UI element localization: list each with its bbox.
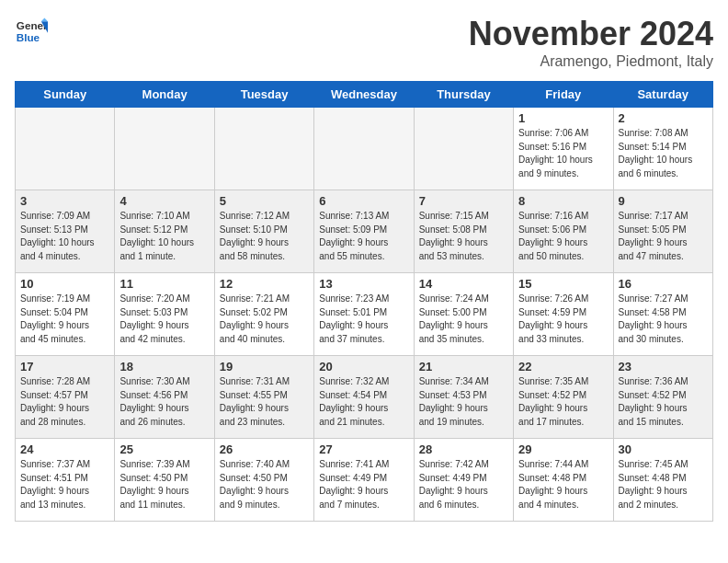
calendar-col-header: Monday bbox=[115, 82, 214, 108]
calendar-body: 1Sunrise: 7:06 AM Sunset: 5:16 PM Daylig… bbox=[16, 108, 713, 522]
day-info: Sunrise: 7:31 AM Sunset: 4:55 PM Dayligh… bbox=[220, 375, 309, 429]
calendar-day-cell bbox=[414, 108, 513, 190]
calendar-week-row: 17Sunrise: 7:28 AM Sunset: 4:57 PM Dayli… bbox=[16, 356, 713, 439]
day-info: Sunrise: 7:30 AM Sunset: 4:56 PM Dayligh… bbox=[119, 375, 209, 429]
calendar-header-row: SundayMondayTuesdayWednesdayThursdayFrid… bbox=[16, 82, 713, 108]
calendar-week-row: 1Sunrise: 7:06 AM Sunset: 5:16 PM Daylig… bbox=[16, 108, 713, 190]
calendar-col-header: Tuesday bbox=[214, 82, 313, 108]
title-block: November 2024 Aramengo, Piedmont, Italy bbox=[469, 15, 713, 70]
calendar-day-cell: 21Sunrise: 7:34 AM Sunset: 4:53 PM Dayli… bbox=[414, 356, 513, 439]
calendar-week-row: 10Sunrise: 7:19 AM Sunset: 5:04 PM Dayli… bbox=[16, 273, 713, 356]
logo-icon: General Blue bbox=[15, 15, 48, 48]
day-number: 27 bbox=[319, 442, 408, 456]
calendar-day-cell bbox=[16, 108, 115, 190]
day-info: Sunrise: 7:35 AM Sunset: 4:52 PM Dayligh… bbox=[518, 375, 608, 429]
calendar-day-cell: 19Sunrise: 7:31 AM Sunset: 4:55 PM Dayli… bbox=[214, 356, 313, 439]
day-info: Sunrise: 7:23 AM Sunset: 5:01 PM Dayligh… bbox=[319, 293, 408, 346]
calendar-day-cell: 18Sunrise: 7:30 AM Sunset: 4:56 PM Dayli… bbox=[115, 356, 214, 439]
day-info: Sunrise: 7:39 AM Sunset: 4:50 PM Dayligh… bbox=[119, 458, 209, 511]
day-number: 28 bbox=[419, 442, 508, 456]
day-number: 6 bbox=[319, 194, 408, 208]
day-number: 4 bbox=[119, 194, 209, 208]
day-info: Sunrise: 7:24 AM Sunset: 5:00 PM Dayligh… bbox=[419, 293, 508, 346]
day-number: 15 bbox=[518, 277, 608, 291]
day-info: Sunrise: 7:09 AM Sunset: 5:13 PM Dayligh… bbox=[20, 210, 109, 263]
page-header: General Blue November 2024 Aramengo, Pie… bbox=[15, 15, 713, 70]
day-info: Sunrise: 7:17 AM Sunset: 5:05 PM Dayligh… bbox=[619, 210, 708, 263]
day-info: Sunrise: 7:16 AM Sunset: 5:06 PM Dayligh… bbox=[518, 210, 608, 263]
day-number: 26 bbox=[220, 442, 309, 456]
calendar-day-cell: 25Sunrise: 7:39 AM Sunset: 4:50 PM Dayli… bbox=[115, 439, 214, 522]
calendar-day-cell: 10Sunrise: 7:19 AM Sunset: 5:04 PM Dayli… bbox=[16, 273, 115, 356]
day-number: 14 bbox=[419, 277, 508, 291]
day-number: 23 bbox=[619, 360, 708, 373]
day-info: Sunrise: 7:42 AM Sunset: 4:49 PM Dayligh… bbox=[419, 458, 508, 511]
day-number: 12 bbox=[220, 277, 309, 291]
calendar-day-cell: 7Sunrise: 7:15 AM Sunset: 5:08 PM Daylig… bbox=[414, 190, 513, 273]
month-title: November 2024 bbox=[469, 15, 713, 53]
day-number: 21 bbox=[419, 360, 508, 373]
day-number: 16 bbox=[619, 277, 708, 291]
calendar-day-cell: 28Sunrise: 7:42 AM Sunset: 4:49 PM Dayli… bbox=[414, 439, 513, 522]
day-number: 29 bbox=[518, 442, 608, 456]
day-number: 18 bbox=[119, 360, 209, 373]
calendar-day-cell: 14Sunrise: 7:24 AM Sunset: 5:00 PM Dayli… bbox=[414, 273, 513, 356]
day-number: 17 bbox=[20, 360, 109, 373]
day-number: 22 bbox=[518, 360, 608, 373]
day-info: Sunrise: 7:45 AM Sunset: 4:48 PM Dayligh… bbox=[619, 458, 708, 511]
day-info: Sunrise: 7:41 AM Sunset: 4:49 PM Dayligh… bbox=[319, 458, 408, 511]
day-info: Sunrise: 7:27 AM Sunset: 4:58 PM Dayligh… bbox=[619, 293, 708, 346]
calendar-day-cell: 23Sunrise: 7:36 AM Sunset: 4:52 PM Dayli… bbox=[613, 356, 712, 439]
calendar-week-row: 3Sunrise: 7:09 AM Sunset: 5:13 PM Daylig… bbox=[16, 190, 713, 273]
calendar-week-row: 24Sunrise: 7:37 AM Sunset: 4:51 PM Dayli… bbox=[16, 439, 713, 522]
day-number: 8 bbox=[518, 194, 608, 208]
day-number: 30 bbox=[619, 442, 708, 456]
calendar-col-header: Sunday bbox=[16, 82, 115, 108]
calendar-day-cell: 5Sunrise: 7:12 AM Sunset: 5:10 PM Daylig… bbox=[214, 190, 313, 273]
day-info: Sunrise: 7:32 AM Sunset: 4:54 PM Dayligh… bbox=[319, 375, 408, 429]
calendar-day-cell: 2Sunrise: 7:08 AM Sunset: 5:14 PM Daylig… bbox=[613, 108, 712, 190]
day-number: 2 bbox=[619, 111, 708, 125]
day-info: Sunrise: 7:06 AM Sunset: 5:16 PM Dayligh… bbox=[518, 127, 608, 180]
day-info: Sunrise: 7:19 AM Sunset: 5:04 PM Dayligh… bbox=[20, 293, 109, 346]
day-info: Sunrise: 7:37 AM Sunset: 4:51 PM Dayligh… bbox=[20, 458, 109, 511]
calendar-day-cell: 1Sunrise: 7:06 AM Sunset: 5:16 PM Daylig… bbox=[514, 108, 613, 190]
calendar-day-cell: 6Sunrise: 7:13 AM Sunset: 5:09 PM Daylig… bbox=[314, 190, 414, 273]
day-number: 24 bbox=[20, 442, 109, 456]
day-number: 7 bbox=[419, 194, 508, 208]
calendar-col-header: Thursday bbox=[414, 82, 513, 108]
day-info: Sunrise: 7:13 AM Sunset: 5:09 PM Dayligh… bbox=[319, 210, 408, 263]
day-number: 1 bbox=[518, 111, 608, 125]
day-info: Sunrise: 7:44 AM Sunset: 4:48 PM Dayligh… bbox=[518, 458, 608, 511]
calendar-table: SundayMondayTuesdayWednesdayThursdayFrid… bbox=[15, 81, 713, 522]
day-number: 10 bbox=[20, 277, 109, 291]
calendar-day-cell: 11Sunrise: 7:20 AM Sunset: 5:03 PM Dayli… bbox=[115, 273, 214, 356]
calendar-day-cell: 20Sunrise: 7:32 AM Sunset: 4:54 PM Dayli… bbox=[314, 356, 414, 439]
calendar-day-cell: 4Sunrise: 7:10 AM Sunset: 5:12 PM Daylig… bbox=[115, 190, 214, 273]
calendar-day-cell: 8Sunrise: 7:16 AM Sunset: 5:06 PM Daylig… bbox=[514, 190, 613, 273]
calendar-col-header: Friday bbox=[514, 82, 613, 108]
day-info: Sunrise: 7:12 AM Sunset: 5:10 PM Dayligh… bbox=[220, 210, 309, 263]
calendar-col-header: Saturday bbox=[613, 82, 712, 108]
day-info: Sunrise: 7:40 AM Sunset: 4:50 PM Dayligh… bbox=[220, 458, 309, 511]
calendar-day-cell: 16Sunrise: 7:27 AM Sunset: 4:58 PM Dayli… bbox=[613, 273, 712, 356]
calendar-day-cell: 17Sunrise: 7:28 AM Sunset: 4:57 PM Dayli… bbox=[16, 356, 115, 439]
day-number: 25 bbox=[119, 442, 209, 456]
calendar-day-cell: 3Sunrise: 7:09 AM Sunset: 5:13 PM Daylig… bbox=[16, 190, 115, 273]
calendar-day-cell: 29Sunrise: 7:44 AM Sunset: 4:48 PM Dayli… bbox=[514, 439, 613, 522]
calendar-day-cell: 13Sunrise: 7:23 AM Sunset: 5:01 PM Dayli… bbox=[314, 273, 414, 356]
calendar-day-cell bbox=[115, 108, 214, 190]
day-info: Sunrise: 7:34 AM Sunset: 4:53 PM Dayligh… bbox=[419, 375, 508, 429]
day-number: 19 bbox=[220, 360, 309, 373]
calendar-day-cell: 9Sunrise: 7:17 AM Sunset: 5:05 PM Daylig… bbox=[613, 190, 712, 273]
day-info: Sunrise: 7:08 AM Sunset: 5:14 PM Dayligh… bbox=[619, 127, 708, 180]
day-info: Sunrise: 7:36 AM Sunset: 4:52 PM Dayligh… bbox=[619, 375, 708, 429]
calendar-day-cell bbox=[214, 108, 313, 190]
day-info: Sunrise: 7:26 AM Sunset: 4:59 PM Dayligh… bbox=[518, 293, 608, 346]
calendar-day-cell: 27Sunrise: 7:41 AM Sunset: 4:49 PM Dayli… bbox=[314, 439, 414, 522]
day-number: 5 bbox=[220, 194, 309, 208]
calendar-day-cell bbox=[314, 108, 414, 190]
day-number: 3 bbox=[20, 194, 109, 208]
calendar-day-cell: 15Sunrise: 7:26 AM Sunset: 4:59 PM Dayli… bbox=[514, 273, 613, 356]
day-number: 13 bbox=[319, 277, 408, 291]
